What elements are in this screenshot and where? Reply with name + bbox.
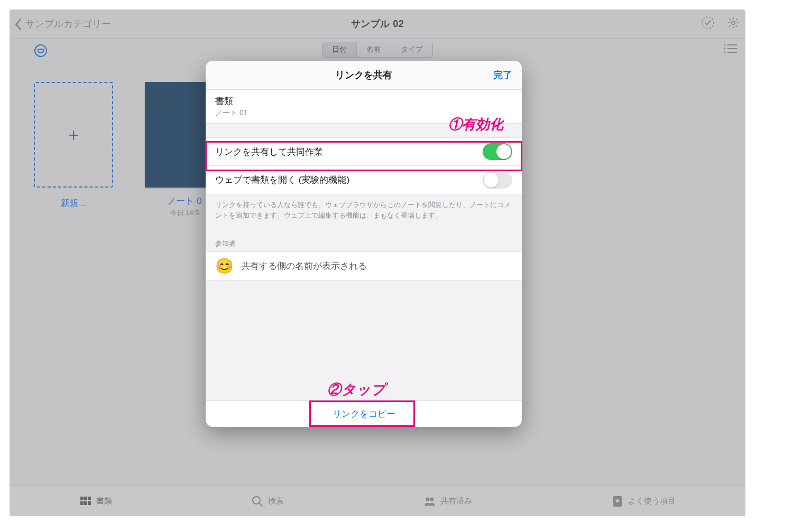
tab-documents[interactable]: 書類 xyxy=(79,495,112,508)
sync-icon xyxy=(33,43,49,59)
svg-point-5 xyxy=(724,48,726,50)
tabbar: 書類 検索 共有済み よく使う項目 xyxy=(10,486,745,516)
participant-placeholder: 共有する側の名前が表示される xyxy=(241,260,367,272)
tab-search[interactable]: 検索 xyxy=(251,495,284,508)
back-button[interactable]: サンプルカテゴリー xyxy=(14,17,111,31)
svg-point-20 xyxy=(430,497,434,501)
share-collab-toggle[interactable] xyxy=(483,143,512,160)
back-label: サンプルカテゴリー xyxy=(25,17,111,30)
seg-name[interactable]: 名前 xyxy=(356,42,391,57)
chevron-left-icon xyxy=(14,18,22,31)
done-button[interactable]: 完了 xyxy=(493,69,512,81)
navbar: サンプルカテゴリー サンプル 02 xyxy=(10,10,745,39)
svg-rect-12 xyxy=(84,497,87,500)
svg-point-2 xyxy=(35,45,47,57)
svg-rect-14 xyxy=(80,501,84,505)
tab-label: 共有済み xyxy=(440,496,472,506)
seg-type[interactable]: タイプ xyxy=(391,42,432,57)
row-label: リンクを共有して共同作業 xyxy=(215,146,323,158)
svg-rect-11 xyxy=(80,497,84,500)
doc-heading: 書類 xyxy=(215,95,512,107)
new-label: 新規... xyxy=(34,197,113,209)
tab-label: 検索 xyxy=(268,496,284,506)
app-root: サンプルカテゴリー サンプル 02 日付 名前 タイプ ＋ 新規... xyxy=(10,10,745,516)
svg-rect-16 xyxy=(88,501,91,505)
gear-icon xyxy=(726,16,740,30)
seg-date[interactable]: 日付 xyxy=(322,42,356,57)
plus-icon: ＋ xyxy=(64,123,82,147)
smile-emoji-icon: 😊 xyxy=(215,257,234,275)
annotation-text-2: ②タップ xyxy=(327,380,386,399)
svg-rect-13 xyxy=(88,497,91,500)
settings-button[interactable] xyxy=(726,16,740,32)
people-icon xyxy=(423,495,436,508)
svg-point-1 xyxy=(732,21,735,24)
svg-point-6 xyxy=(724,52,726,53)
modal-header: リンクを共有 完了 xyxy=(206,61,522,90)
svg-point-19 xyxy=(426,497,429,501)
grid-icon xyxy=(79,495,92,508)
page-title: サンプル 02 xyxy=(351,17,404,30)
select-button[interactable] xyxy=(701,16,715,32)
open-web-toggle[interactable] xyxy=(483,172,512,189)
view-list-button[interactable] xyxy=(723,43,738,57)
copy-link-button[interactable]: リンクをコピー xyxy=(333,408,395,420)
svg-point-4 xyxy=(724,44,726,46)
svg-rect-15 xyxy=(84,501,87,505)
row-label: ウェブで書類を開く (実験的機能) xyxy=(215,174,349,186)
star-bookmark-icon xyxy=(611,495,624,508)
modal-footer: リンクをコピー xyxy=(206,400,522,427)
sort-segmented-control[interactable]: 日付 名前 タイプ xyxy=(322,42,433,58)
list-icon xyxy=(723,43,738,54)
sync-button[interactable] xyxy=(32,42,50,60)
annotation-text-1: ①有効化 xyxy=(448,115,503,134)
help-text: リンクを持っている人なら誰でも、ウェブブラウザからこのノートを閲覧したり、ノート… xyxy=(206,194,522,229)
tab-label: 書類 xyxy=(96,496,112,506)
toolbar: 日付 名前 タイプ xyxy=(10,39,745,61)
svg-point-0 xyxy=(702,17,714,29)
tab-favorites[interactable]: よく使う項目 xyxy=(611,495,676,508)
modal-title: リンクを共有 xyxy=(335,69,392,81)
svg-rect-3 xyxy=(38,49,43,52)
participants-header: 参加者 xyxy=(206,229,522,251)
participant-row: 😊 共有する側の名前が表示される xyxy=(206,251,522,281)
tab-shared[interactable]: 共有済み xyxy=(423,495,472,508)
new-document-tile[interactable]: ＋ 新規... xyxy=(34,82,113,218)
search-icon xyxy=(251,495,264,508)
svg-line-18 xyxy=(259,503,262,506)
open-web-row[interactable]: ウェブで書類を開く (実験的機能) xyxy=(206,166,522,194)
share-collab-row[interactable]: リンクを共有して共同作業 xyxy=(206,137,522,166)
dashed-check-icon xyxy=(701,16,715,30)
tab-label: よく使う項目 xyxy=(628,496,676,506)
